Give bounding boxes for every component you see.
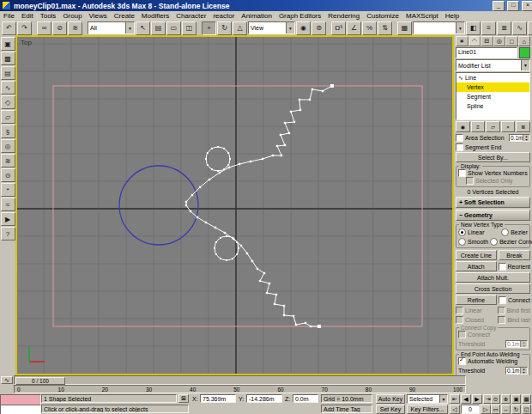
track-bar-ruler[interactable]: 0102030405060708090100 — [14, 385, 466, 393]
display-tab[interactable]: □ — [505, 36, 518, 46]
refine-connect-checkbox[interactable]: Connect — [499, 296, 530, 304]
zoom-region-icon[interactable]: ▭ — [491, 405, 500, 414]
menu-item-create[interactable]: Create — [111, 12, 138, 21]
selected-only-checkbox[interactable]: Selected Only — [466, 177, 528, 185]
spinner-snap-toggle-icon[interactable]: ⇅ — [378, 21, 392, 35]
previous-frame-button[interactable]: ◀ — [461, 394, 471, 404]
stack-item-vertex[interactable]: Vertex — [456, 82, 529, 92]
zoom-all-icon[interactable]: ⊕ — [501, 394, 511, 404]
add-time-tag-field[interactable]: Add Time Tag — [321, 405, 372, 413]
area-selection-checkbox[interactable]: Area Selection — [456, 134, 505, 142]
maximize-button[interactable]: □ — [507, 1, 519, 11]
edit-named-selection-sets-icon[interactable]: ▦ — [397, 21, 412, 35]
angle-snap-toggle-icon[interactable]: ∠ — [347, 21, 361, 35]
menu-item-character[interactable]: Character — [172, 12, 209, 21]
pan-icon[interactable]: ↔ — [501, 405, 511, 414]
show-end-result-icon[interactable]: ≡ — [471, 121, 486, 132]
stack-item-line[interactable]: ∿Line — [456, 73, 529, 82]
use-pivot-point-center-icon[interactable]: ◉ — [296, 21, 311, 35]
reactor-analyze-world-icon[interactable]: ? — [1, 227, 15, 240]
bind-to-space-warp-icon[interactable]: ≋ — [68, 21, 82, 35]
geometry-rollout[interactable]: Geometry — [456, 210, 530, 221]
min-max-toggle-icon[interactable]: ◱ — [522, 405, 531, 414]
lock-selection-toggle[interactable]: ⊠ — [178, 394, 189, 403]
attach-button[interactable]: Attach — [456, 261, 497, 271]
select-and-manipulate-icon[interactable]: ⊚ — [311, 21, 326, 35]
pin-stack-icon[interactable]: ◉ — [456, 121, 470, 132]
menu-item-group[interactable]: Group — [59, 12, 85, 21]
zoom-extents-all-icon[interactable]: ▦ — [522, 394, 531, 404]
unlink-selection-icon[interactable]: ⊘ — [52, 21, 67, 35]
reactor-cloth-collection-icon[interactable]: ▩ — [1, 52, 15, 65]
menu-item-help[interactable]: Help — [442, 12, 462, 21]
linear-checkbox[interactable]: Linear — [456, 307, 481, 314]
motion-tab[interactable]: ◎ — [493, 36, 506, 46]
reorient-checkbox[interactable]: Reorient — [499, 263, 530, 271]
stack-item-segment[interactable]: Segment — [456, 92, 529, 101]
z-coord-field[interactable]: 0.0m — [293, 394, 318, 403]
reactor-motor-icon[interactable]: ◎ — [1, 139, 15, 153]
show-vertex-numbers-checkbox[interactable]: Show Vertex Numbers — [458, 169, 528, 177]
reactor-plane-icon[interactable]: ▱ — [1, 110, 15, 124]
undo-icon[interactable]: ↶ — [2, 21, 16, 35]
utilities-tab[interactable]: ⌂ — [518, 36, 531, 46]
zoom-extents-icon[interactable]: ▣ — [511, 394, 521, 404]
menu-item-edit[interactable]: Edit — [18, 12, 37, 21]
break-button[interactable]: Break — [499, 250, 530, 260]
menu-item-reactor[interactable]: reactor — [209, 12, 238, 21]
maxscript-mini-listener[interactable] — [0, 405, 41, 414]
automatic-welding-checkbox[interactable]: Automatic Welding — [458, 357, 528, 365]
reactor-wind-icon[interactable]: ≋ — [1, 154, 15, 167]
redo-icon[interactable]: ↷ — [17, 21, 32, 35]
previous-key-button[interactable]: ◁ — [450, 405, 460, 414]
object-name-field[interactable]: Line01 — [456, 47, 517, 58]
auto-key-button[interactable]: Auto Key — [376, 394, 405, 404]
menu-item-modifiers[interactable]: Modifiers — [138, 12, 172, 21]
vertex-type-smooth-radio[interactable]: Smooth — [458, 238, 488, 246]
attach-mult-button[interactable]: Attach Mult. — [456, 272, 530, 283]
next-key-button[interactable]: ▷ — [481, 405, 491, 414]
y-coord-field[interactable]: -14.286m — [246, 394, 282, 403]
menu-item-customize[interactable]: Customize — [363, 12, 402, 21]
reactor-preview-animation-icon[interactable]: ▶ — [1, 212, 15, 226]
menu-item-graph-editors[interactable]: Graph Editors — [275, 12, 324, 21]
viewport-label[interactable]: Top — [21, 39, 32, 46]
soft-selection-rollout[interactable]: Soft Selection — [456, 197, 530, 208]
cross-section-button[interactable]: Cross Section — [456, 283, 530, 294]
area-selection-threshold-field[interactable]: 0.1m — [509, 134, 530, 142]
key-mode-dropdown[interactable]: Selected — [407, 394, 448, 404]
x-coord-field[interactable]: 75.369m — [200, 394, 236, 403]
configure-modifier-sets-icon[interactable]: ≣ — [516, 121, 530, 132]
bind-last-checkbox[interactable]: Bind last — [498, 316, 530, 324]
menu-item-animation[interactable]: Animation — [238, 12, 275, 21]
stack-item-spline[interactable]: Spline — [456, 101, 529, 111]
select-and-link-icon[interactable]: ∞ — [37, 21, 51, 35]
close-button[interactable]: × — [522, 1, 532, 11]
arc-rotate-icon[interactable]: ↻ — [511, 405, 521, 414]
minimize-button[interactable]: _ — [493, 1, 505, 11]
reactor-rope-collection-icon[interactable]: ∿ — [1, 81, 15, 94]
time-slider[interactable]: 0 / 100 — [15, 377, 65, 385]
segment-end-checkbox[interactable]: Segment End — [456, 143, 501, 151]
reactor-soft-body-collection-icon[interactable]: ▤ — [1, 66, 15, 80]
bind-first-checkbox[interactable]: Bind first — [498, 307, 530, 314]
closed-checkbox[interactable]: Closed — [456, 316, 484, 324]
hierarchy-tab[interactable]: ⊟ — [481, 36, 493, 46]
window-crossing-icon[interactable]: ◫ — [182, 21, 196, 35]
schematic-view-icon[interactable]: # — [528, 21, 532, 35]
key-filters-button[interactable]: Key Filters... — [407, 405, 448, 414]
reactor-spring-icon[interactable]: § — [1, 125, 15, 138]
menu-item-views[interactable]: Views — [86, 12, 111, 21]
remove-modifier-icon[interactable]: × — [501, 121, 516, 132]
select-and-rotate-icon[interactable]: ↻ — [217, 21, 232, 35]
object-color-swatch[interactable] — [519, 47, 530, 58]
menu-item-rendering[interactable]: Rendering — [324, 12, 363, 21]
reactor-water-icon[interactable]: ≈ — [1, 198, 15, 211]
percent-snap-toggle-icon[interactable]: % — [362, 21, 377, 35]
create-tab[interactable]: ∗ — [456, 36, 469, 46]
reactor-deforming-mesh-icon[interactable]: ◇ — [1, 95, 15, 109]
vertex-type-linear-radio[interactable]: Linear — [458, 228, 484, 236]
select-and-scale-icon[interactable]: △ — [233, 21, 247, 35]
vertex-type-bezier-radio[interactable]: Bezier — [501, 228, 528, 236]
vertex-type-bezier-corner-radio[interactable]: Bezier Corner — [490, 238, 532, 246]
